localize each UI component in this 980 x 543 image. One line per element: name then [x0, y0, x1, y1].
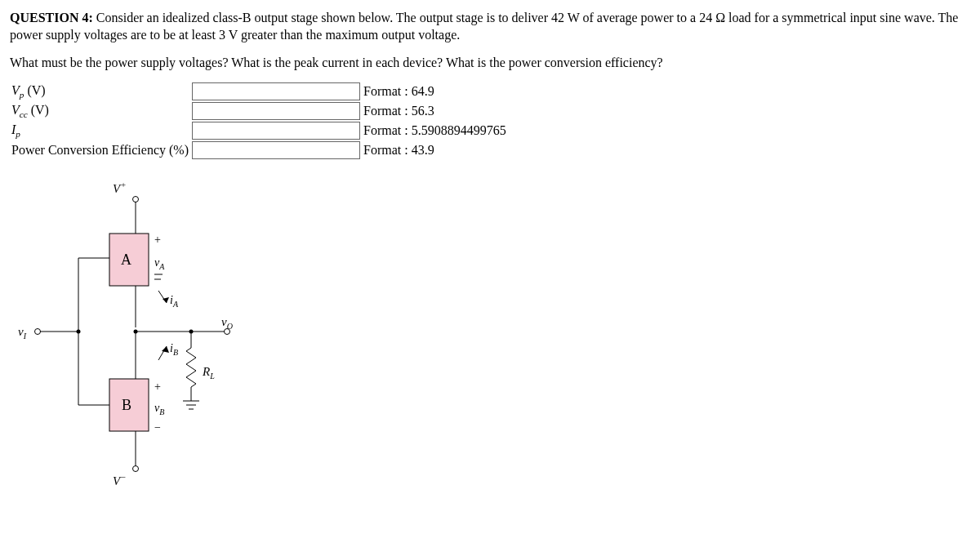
vminus-label: V− [113, 472, 127, 487]
format-vp: Format : 64.9 [362, 82, 508, 101]
minus-b: − [154, 421, 161, 434]
row-label-vcc: Vcc (V) [10, 101, 190, 121]
vb-label: vB [154, 402, 164, 416]
input-cell [190, 82, 362, 101]
table-row: Vcc (V) Format : 56.3 [10, 101, 508, 121]
circuit-diagram: V+ A + vA iA vI vO iB RL B + vB − V− [13, 176, 970, 506]
vcc-input[interactable] [192, 102, 360, 120]
answer-table: Vp (V) Format : 64.9 Vcc (V) Format : 56… [10, 82, 508, 160]
ia-label: iA [170, 294, 179, 309]
row-label-eff: Power Conversion Efficiency (%) [10, 140, 190, 160]
input-cell [190, 140, 362, 160]
row-label-vp: Vp (V) [10, 82, 190, 101]
question-label: QUESTION 4: [10, 11, 93, 24]
format-eff: Format : 43.9 [362, 140, 508, 160]
arrow-ib-icon [162, 346, 169, 353]
question-intro: QUESTION 4: Consider an idealized class-… [10, 10, 970, 44]
format-vcc: Format : 56.3 [362, 101, 508, 121]
eff-input[interactable] [192, 141, 360, 159]
row-label-ip: Ip [10, 121, 190, 140]
ip-input[interactable] [192, 122, 360, 140]
plus-a: + [154, 234, 161, 246]
table-row: Vp (V) Format : 64.9 [10, 82, 508, 101]
node-icon [77, 329, 81, 333]
format-ip: Format : 5.5908894499765 [362, 121, 508, 140]
vi-label: vI [18, 325, 27, 340]
plus-b: + [154, 381, 161, 393]
rl-label: RL [202, 365, 215, 381]
vplus-label: V+ [113, 180, 127, 195]
vminus-terminal-icon [133, 465, 139, 471]
va-label: vA [154, 256, 165, 271]
input-cell [190, 121, 362, 140]
input-cell [190, 101, 362, 121]
resistor-icon [186, 348, 196, 387]
vplus-terminal-icon [133, 196, 139, 202]
table-row: Ip Format : 5.5908894499765 [10, 121, 508, 140]
block-a-label: A [121, 251, 131, 268]
question-sub: What must be the power supply voltages? … [10, 56, 970, 70]
table-row: Power Conversion Efficiency (%) Format :… [10, 140, 508, 160]
vp-input[interactable] [192, 82, 360, 100]
question-text: Consider an idealized class-B output sta… [10, 11, 958, 42]
vo-label: vO [221, 315, 233, 331]
vi-terminal-icon [35, 328, 41, 334]
block-b-label: B [122, 397, 131, 413]
ib-label: iB [170, 342, 178, 357]
